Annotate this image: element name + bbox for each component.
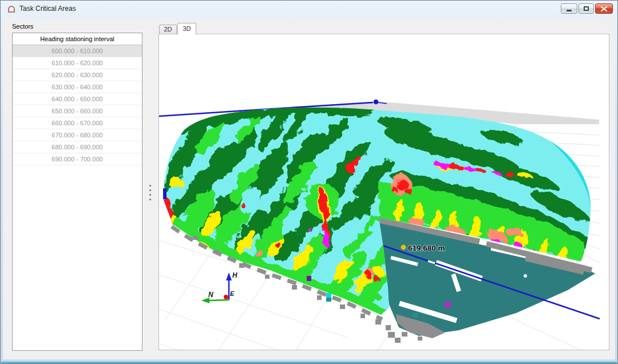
sector-row[interactable]: 660.000 - 670.000 xyxy=(13,117,142,129)
panel-splitter[interactable] xyxy=(145,21,157,353)
window-title: Task Critical Areas xyxy=(19,1,76,17)
minimize-button[interactable] xyxy=(561,3,577,14)
axis-triad: H E N xyxy=(201,271,237,303)
tab-3d[interactable]: 3D xyxy=(177,23,196,34)
tunnel-3d-scene[interactable]: 619.680 m H E N xyxy=(159,34,609,350)
axis-label-e: E xyxy=(230,290,235,297)
sector-row[interactable]: 620.000 - 630.000 xyxy=(13,69,142,81)
station-label: 619.680 m xyxy=(401,244,445,252)
window-bottom-edge xyxy=(1,362,617,363)
close-button[interactable] xyxy=(595,3,613,14)
sector-row[interactable]: 670.000 - 680.000 xyxy=(13,129,142,141)
titlebar[interactable]: Task Critical Areas xyxy=(1,1,617,18)
section-marker xyxy=(163,188,167,199)
axis-label-n: N xyxy=(208,291,213,299)
sector-row[interactable]: 650.000 - 660.000 xyxy=(13,105,142,117)
sector-row[interactable]: 680.000 - 690.000 xyxy=(13,141,142,153)
task-critical-areas-window: Task Critical Areas Sectors Heading stat… xyxy=(0,0,618,364)
maximize-icon xyxy=(584,6,589,11)
tunnel-arch-icon xyxy=(7,5,16,14)
sector-row[interactable]: 600.000 - 610.000 xyxy=(13,45,142,57)
splitter-grip-icon xyxy=(149,185,151,203)
minimize-icon xyxy=(566,10,572,11)
sector-row[interactable]: 640.000 - 650.000 xyxy=(13,93,142,105)
caption-buttons xyxy=(561,3,613,14)
maximize-button[interactable] xyxy=(579,3,594,14)
view-3d-panel[interactable]: 619.680 m H E N xyxy=(159,34,609,350)
sector-row[interactable]: 630.000 - 640.000 xyxy=(13,81,142,93)
sectors-label: Sectors xyxy=(12,23,33,30)
sector-row[interactable]: 690.000 - 700.000 xyxy=(13,153,142,165)
sectors-table: Heading stationing interval 600.000 - 61… xyxy=(12,33,142,351)
sector-row[interactable]: 610.000 - 620.000 xyxy=(13,57,142,69)
axis-label-h: H xyxy=(232,271,237,279)
table-header: Heading stationing interval xyxy=(13,33,142,45)
station-label-text: 619.680 m xyxy=(408,244,445,252)
tab-2d[interactable]: 2D xyxy=(159,25,177,34)
close-icon xyxy=(601,6,607,11)
